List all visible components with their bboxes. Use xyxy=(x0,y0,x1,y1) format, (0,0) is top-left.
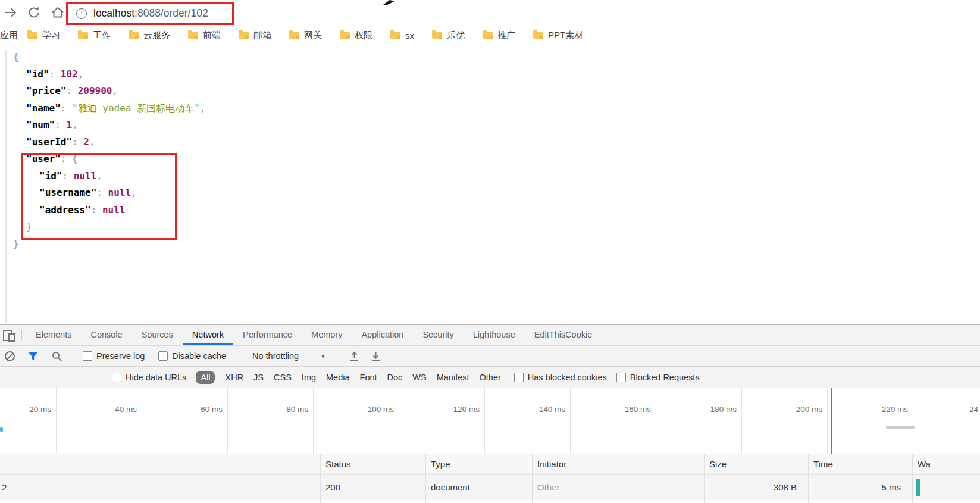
network-filterbar: Hide data URLs AllXHRJSCSSImgMediaFontDo… xyxy=(0,367,980,388)
bookmark-label: 工作 xyxy=(93,30,111,41)
tab-sources[interactable]: Sources xyxy=(132,325,183,345)
tab-security[interactable]: Security xyxy=(413,325,463,345)
browser-toolbar: localhost:8088/order/102 xyxy=(0,0,980,25)
tab-elements[interactable]: Elements xyxy=(26,325,81,345)
cell-time: 5 ms xyxy=(809,475,901,500)
bookmark-推广[interactable]: 推广 xyxy=(483,30,515,41)
filter-type-img[interactable]: Img xyxy=(302,373,316,382)
blocked-requests-checkbox[interactable]: Blocked Requests xyxy=(616,373,700,382)
json-token: : xyxy=(55,119,66,130)
timeline-gridline xyxy=(313,388,314,454)
tab-memory[interactable]: Memory xyxy=(302,325,352,345)
reload-icon[interactable] xyxy=(27,5,41,20)
timeline-gridline xyxy=(227,388,228,454)
bookmark-网关[interactable]: 网关 xyxy=(289,30,322,41)
home-icon[interactable] xyxy=(51,5,65,20)
column-header-size[interactable]: Size xyxy=(705,454,803,475)
url-text[interactable]: localhost:8088/order/102 xyxy=(93,7,208,20)
device-toolbar-icon[interactable] xyxy=(3,330,16,342)
cell-type: stylesheet xyxy=(431,500,532,503)
throttling-dropdown-arrow[interactable]: ▼ xyxy=(320,346,326,366)
tab-performance[interactable]: Performance xyxy=(233,325,302,345)
json-token: , xyxy=(78,68,84,80)
folder-icon xyxy=(239,32,249,39)
bookmark-云服务[interactable]: 云服务 xyxy=(129,30,170,41)
bookmark-权限[interactable]: 权限 xyxy=(340,30,372,41)
bookmark-label: 推广 xyxy=(497,30,515,41)
json-token: : xyxy=(49,68,61,80)
tab-lighthouse[interactable]: Lighthouse xyxy=(464,325,525,345)
filter-type-manifest[interactable]: Manifest xyxy=(437,373,469,382)
json-token: "price" xyxy=(26,85,66,96)
folder-icon xyxy=(188,32,198,39)
tab-application[interactable]: Application xyxy=(352,325,413,345)
filter-type-doc[interactable]: Doc xyxy=(387,373,403,382)
bookmark-乐优[interactable]: 乐优 xyxy=(432,30,465,41)
has-blocked-cookies-checkbox[interactable]: Has blocked cookies xyxy=(514,373,607,382)
filter-type-other[interactable]: Other xyxy=(480,373,501,382)
filter-type-xhr[interactable]: XHR xyxy=(225,373,243,382)
json-token: , xyxy=(89,136,95,148)
column-header-status[interactable]: Status xyxy=(321,454,425,475)
filter-type-media[interactable]: Media xyxy=(326,373,350,382)
column-header-wa[interactable]: Wa xyxy=(913,454,980,475)
json-token: "id" xyxy=(26,68,49,80)
json-line: "price": 209900, xyxy=(13,83,205,100)
column-header-time[interactable]: Time xyxy=(809,454,907,475)
import-har-icon[interactable] xyxy=(350,346,359,366)
column-header-type[interactable]: Type xyxy=(426,454,532,475)
json-token: "num" xyxy=(26,119,55,130)
forward-icon[interactable] xyxy=(4,5,18,20)
throttling-select[interactable]: No throttling xyxy=(252,346,299,366)
json-token: "雅迪 yadea 新国标电动车" xyxy=(72,102,200,114)
waterfall-bar xyxy=(916,479,920,496)
timeline-tick-label: 40 ms xyxy=(95,405,137,414)
devtools-panel: ElementsConsoleSourcesNetworkPerformance… xyxy=(0,324,980,503)
network-overview-timeline[interactable]: 24 20 ms40 ms60 ms80 ms100 ms120 ms140 m… xyxy=(0,388,980,454)
table-row[interactable]: 200stylesheetjquery.js:70.4 kB6 ms xyxy=(0,500,980,503)
bookmark-apps[interactable]: 应用 xyxy=(0,25,18,45)
tab-editthiscookie[interactable]: EditThisCookie xyxy=(525,325,602,345)
filter-type-font[interactable]: Font xyxy=(360,373,377,382)
column-separator xyxy=(704,454,705,503)
filter-type-css[interactable]: CSS xyxy=(274,373,292,382)
bookmark-sx[interactable]: sx xyxy=(390,30,414,40)
filter-icon[interactable] xyxy=(28,346,38,366)
network-toolbar: Preserve log Disable cache No throttling… xyxy=(0,346,980,367)
export-har-icon[interactable] xyxy=(371,346,380,366)
preserve-log-checkbox[interactable]: Preserve log xyxy=(83,346,145,366)
bookmark-PPT素材[interactable]: PPT素材 xyxy=(533,30,583,41)
column-header-initiator[interactable]: Initiator xyxy=(533,454,704,475)
json-token: , xyxy=(112,85,118,96)
filter-type-ws[interactable]: WS xyxy=(412,373,426,382)
bookmark-工作[interactable]: 工作 xyxy=(78,30,111,41)
filter-type-all[interactable]: All xyxy=(196,371,215,384)
filter-type-js[interactable]: JS xyxy=(253,373,264,382)
page-info-icon[interactable] xyxy=(76,8,87,19)
request-type-filters: AllXHRJSCSSImgMediaFontDocWSManifestOthe… xyxy=(196,371,500,384)
bookmark-前端[interactable]: 前端 xyxy=(188,30,221,41)
clear-log-icon[interactable] xyxy=(5,346,15,366)
json-token: 1 xyxy=(66,119,72,130)
timeline-tick-label: 120 ms xyxy=(438,405,480,414)
table-header: StatusTypeInitiatorSizeTimeWa xyxy=(0,454,980,475)
column-separator xyxy=(320,454,321,503)
json-line: "id": 102, xyxy=(13,66,205,83)
disable-cache-checkbox[interactable]: Disable cache xyxy=(158,346,226,366)
request-dot xyxy=(0,427,3,432)
bookmark-邮箱[interactable]: 邮箱 xyxy=(239,30,271,41)
search-icon[interactable] xyxy=(52,346,62,366)
folder-icon xyxy=(432,32,442,39)
hide-data-urls-checkbox[interactable]: Hide data URLs xyxy=(112,373,186,382)
bookmark-学习[interactable]: 学习 xyxy=(27,30,60,41)
overview-scroll-pill[interactable] xyxy=(886,426,915,429)
column-separator xyxy=(808,454,809,503)
tab-console[interactable]: Console xyxy=(81,325,131,345)
bookmark-label: 邮箱 xyxy=(253,30,271,41)
json-line: { xyxy=(13,49,205,66)
bookmark-label: PPT素材 xyxy=(548,30,583,41)
table-row[interactable]: 2200documentOther308 B5 ms xyxy=(0,475,980,501)
address-bar[interactable]: localhost:8088/order/102 xyxy=(66,2,234,25)
separator xyxy=(21,330,22,340)
tab-network[interactable]: Network xyxy=(183,325,233,345)
